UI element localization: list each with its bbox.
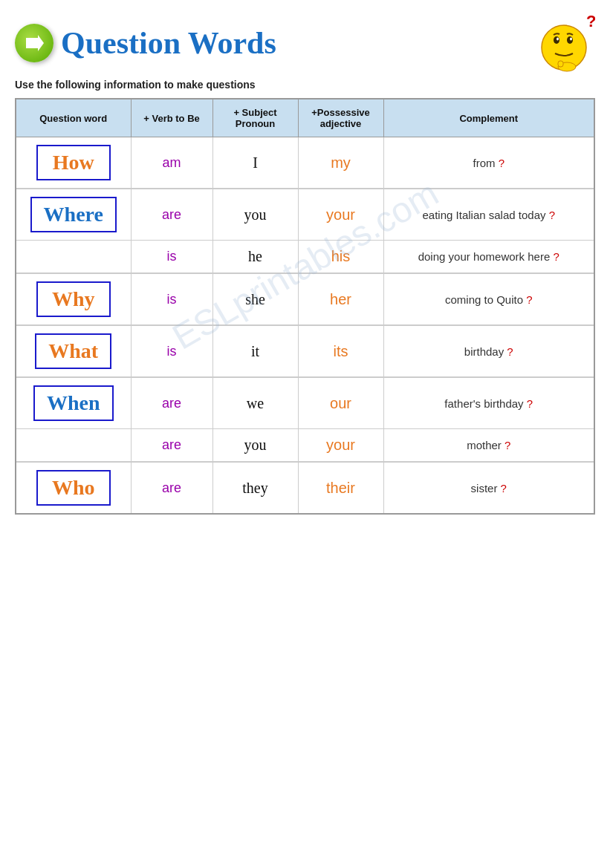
complement-cell: from ? [383,137,594,189]
svg-point-4 [567,36,573,44]
svg-point-3 [554,36,559,44]
col-header-qword: Question word [16,99,131,137]
page-header: Question Words ? [15,13,595,73]
table-row: Whyisshehercoming to Quito ? [16,274,594,325]
table-row: Whenareweourfather's birthday ? [16,378,594,429]
question-word-box: How [36,145,111,180]
qword-cell: What [16,326,131,377]
complement-cell: coming to Quito ? [383,274,594,325]
qword-cell: Where [16,189,131,241]
subtitle: Use the following information to make qu… [15,79,595,91]
table-row: Whereareyouyoureating Italian salad toda… [16,189,594,241]
question-word-box: When [33,385,114,421]
main-table: Question word + Verb to Be + Subject Pro… [15,98,595,515]
pronoun-cell: I [212,137,298,189]
table-row: HowamImyfrom ? [16,137,594,189]
pronoun-cell: it [212,326,298,377]
pronoun-cell: you [212,189,298,241]
possessive-cell: my [298,137,383,189]
complement-cell: eating Italian salad today ? [383,189,594,241]
question-word-box: Why [36,281,111,317]
complement-cell: doing your homework here ? [383,241,594,273]
col-header-possessive: +Possessive adjective [298,99,383,137]
col-header-pronoun: + Subject Pronoun [212,99,298,137]
col-header-complement: Complement [383,99,594,137]
qword-cell [16,241,131,273]
svg-point-6 [570,38,572,41]
question-word-box: Where [30,197,117,232]
thinking-emoji: ? [536,13,595,73]
possessive-cell: your [298,189,383,241]
svg-rect-8 [558,61,563,67]
possessive-cell: their [298,463,383,515]
svg-marker-0 [26,35,44,51]
title-area: Question Words [15,24,276,62]
arrow-icon [15,24,53,62]
pronoun-cell: we [212,378,298,429]
verb-cell: are [131,429,212,462]
table-header-row: Question word + Verb to Be + Subject Pro… [16,99,594,137]
qword-cell: How [16,137,131,189]
possessive-cell: its [298,326,383,377]
verb-cell: is [131,241,212,273]
page-title: Question Words [61,25,276,61]
complement-cell: birthday ? [383,326,594,377]
qword-cell: Why [16,274,131,325]
verb-cell: is [131,326,212,377]
possessive-cell: your [298,429,383,462]
question-word-box: Who [36,470,111,506]
verb-cell: are [131,463,212,515]
question-word-text: How [53,151,94,174]
svg-point-5 [557,38,559,41]
question-word-text: Where [44,203,103,226]
pronoun-cell: they [212,463,298,515]
complement-cell: mother ? [383,429,594,462]
qword-cell: Who [16,463,131,515]
qword-cell [16,429,131,462]
pronoun-cell: she [212,274,298,325]
question-word-text: When [47,391,100,414]
table-row: areyouyourmother ? [16,429,594,462]
table-row: Whatisititsbirthday ? [16,326,594,377]
pronoun-cell: he [212,241,298,273]
question-word-box: What [35,333,111,369]
complement-cell: father's birthday ? [383,378,594,429]
question-word-text: Why [52,287,95,310]
col-header-verb: + Verb to Be [131,99,212,137]
verb-cell: are [131,189,212,241]
question-word-text: What [48,339,98,362]
qword-cell: When [16,378,131,429]
table-row: Whoaretheytheirsister ? [16,463,594,515]
question-word-text: Who [52,476,95,499]
possessive-cell: our [298,378,383,429]
table-row: ishehisdoing your homework here ? [16,241,594,273]
possessive-cell: her [298,274,383,325]
pronoun-cell: you [212,429,298,462]
verb-cell: am [131,137,212,189]
possessive-cell: his [298,241,383,273]
verb-cell: are [131,378,212,429]
complement-cell: sister ? [383,463,594,515]
verb-cell: is [131,274,212,325]
svg-text:?: ? [586,13,595,30]
